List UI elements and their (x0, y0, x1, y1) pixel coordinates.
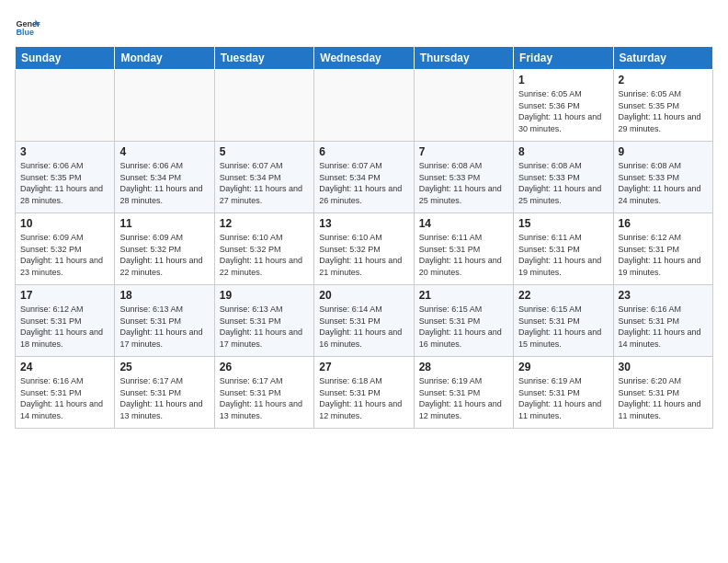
calendar-cell: 7Sunrise: 6:08 AM Sunset: 5:33 PM Daylig… (414, 142, 513, 213)
calendar-week-2: 3Sunrise: 6:06 AM Sunset: 5:35 PM Daylig… (16, 142, 713, 213)
day-info: Sunrise: 6:14 AM Sunset: 5:31 PM Dayligh… (319, 304, 408, 350)
day-info: Sunrise: 6:17 AM Sunset: 5:31 PM Dayligh… (119, 375, 209, 421)
day-number: 25 (119, 361, 209, 373)
calendar-cell: 6Sunrise: 6:07 AM Sunset: 5:34 PM Daylig… (314, 142, 414, 213)
day-info: Sunrise: 6:06 AM Sunset: 5:34 PM Dayligh… (119, 160, 209, 206)
column-header-friday: Friday (514, 47, 613, 70)
day-info: Sunrise: 6:06 AM Sunset: 5:35 PM Dayligh… (20, 160, 109, 206)
calendar-cell: 14Sunrise: 6:11 AM Sunset: 5:31 PM Dayli… (414, 213, 513, 285)
day-info: Sunrise: 6:13 AM Sunset: 5:31 PM Dayligh… (220, 304, 309, 350)
day-number: 2 (619, 74, 708, 86)
calendar-cell: 2Sunrise: 6:05 AM Sunset: 5:35 PM Daylig… (613, 70, 712, 142)
day-info: Sunrise: 6:09 AM Sunset: 5:32 PM Dayligh… (20, 232, 109, 278)
day-info: Sunrise: 6:11 AM Sunset: 5:31 PM Dayligh… (518, 232, 608, 278)
calendar-cell: 22Sunrise: 6:15 AM Sunset: 5:31 PM Dayli… (514, 285, 613, 357)
calendar-cell (115, 70, 214, 142)
calendar-cell: 3Sunrise: 6:06 AM Sunset: 5:35 PM Daylig… (16, 142, 115, 213)
day-number: 16 (619, 217, 708, 230)
calendar-cell: 12Sunrise: 6:10 AM Sunset: 5:32 PM Dayli… (214, 213, 313, 285)
day-number: 8 (518, 145, 608, 158)
day-number: 28 (419, 361, 508, 373)
day-info: Sunrise: 6:05 AM Sunset: 5:35 PM Dayligh… (619, 88, 708, 134)
calendar-week-1: 1Sunrise: 6:05 AM Sunset: 5:36 PM Daylig… (16, 70, 713, 142)
day-info: Sunrise: 6:07 AM Sunset: 5:34 PM Dayligh… (319, 160, 408, 206)
day-info: Sunrise: 6:11 AM Sunset: 5:31 PM Dayligh… (419, 232, 508, 278)
calendar-cell: 27Sunrise: 6:18 AM Sunset: 5:31 PM Dayli… (314, 357, 414, 429)
column-header-saturday: Saturday (613, 47, 712, 70)
day-info: Sunrise: 6:15 AM Sunset: 5:31 PM Dayligh… (419, 304, 508, 350)
calendar-cell: 20Sunrise: 6:14 AM Sunset: 5:31 PM Dayli… (314, 285, 414, 357)
calendar-header-row: SundayMondayTuesdayWednesdayThursdayFrid… (16, 47, 713, 70)
day-info: Sunrise: 6:19 AM Sunset: 5:31 PM Dayligh… (518, 375, 608, 421)
day-info: Sunrise: 6:16 AM Sunset: 5:31 PM Dayligh… (619, 304, 708, 350)
day-number: 19 (220, 289, 309, 302)
column-header-wednesday: Wednesday (314, 47, 414, 70)
calendar-cell (16, 70, 115, 142)
day-number: 26 (220, 361, 309, 373)
day-number: 24 (20, 361, 109, 373)
logo: General Blue (15, 15, 40, 40)
day-number: 5 (220, 145, 309, 158)
day-number: 30 (619, 361, 708, 373)
day-info: Sunrise: 6:19 AM Sunset: 5:31 PM Dayligh… (419, 375, 508, 421)
calendar-cell: 23Sunrise: 6:16 AM Sunset: 5:31 PM Dayli… (613, 285, 712, 357)
calendar-cell (214, 70, 313, 142)
day-number: 29 (518, 361, 608, 373)
calendar-cell: 24Sunrise: 6:16 AM Sunset: 5:31 PM Dayli… (16, 357, 115, 429)
day-number: 6 (319, 145, 408, 158)
day-number: 7 (419, 145, 508, 158)
calendar-cell: 26Sunrise: 6:17 AM Sunset: 5:31 PM Dayli… (214, 357, 313, 429)
day-info: Sunrise: 6:18 AM Sunset: 5:31 PM Dayligh… (319, 375, 408, 421)
calendar-body: 1Sunrise: 6:05 AM Sunset: 5:36 PM Daylig… (16, 70, 713, 429)
day-number: 1 (518, 74, 608, 86)
calendar-cell: 9Sunrise: 6:08 AM Sunset: 5:33 PM Daylig… (613, 142, 712, 213)
day-number: 20 (319, 289, 408, 302)
day-number: 4 (119, 145, 209, 158)
calendar-cell: 16Sunrise: 6:12 AM Sunset: 5:31 PM Dayli… (613, 213, 712, 285)
day-info: Sunrise: 6:12 AM Sunset: 5:31 PM Dayligh… (619, 232, 708, 278)
calendar-cell (414, 70, 513, 142)
svg-text:Blue: Blue (16, 28, 34, 37)
calendar-cell: 8Sunrise: 6:08 AM Sunset: 5:33 PM Daylig… (514, 142, 613, 213)
calendar-cell: 1Sunrise: 6:05 AM Sunset: 5:36 PM Daylig… (514, 70, 613, 142)
day-info: Sunrise: 6:05 AM Sunset: 5:36 PM Dayligh… (518, 88, 608, 134)
day-number: 10 (20, 217, 109, 230)
day-number: 13 (319, 217, 408, 230)
calendar-cell: 19Sunrise: 6:13 AM Sunset: 5:31 PM Dayli… (214, 285, 313, 357)
day-number: 22 (518, 289, 608, 302)
calendar-cell (314, 70, 414, 142)
day-info: Sunrise: 6:15 AM Sunset: 5:31 PM Dayligh… (518, 304, 608, 350)
calendar-cell: 4Sunrise: 6:06 AM Sunset: 5:34 PM Daylig… (115, 142, 214, 213)
calendar-cell: 28Sunrise: 6:19 AM Sunset: 5:31 PM Dayli… (414, 357, 513, 429)
day-info: Sunrise: 6:20 AM Sunset: 5:31 PM Dayligh… (619, 375, 708, 421)
day-number: 23 (619, 289, 708, 302)
day-number: 11 (119, 217, 209, 230)
day-number: 3 (20, 145, 109, 158)
calendar-cell: 5Sunrise: 6:07 AM Sunset: 5:34 PM Daylig… (214, 142, 313, 213)
day-info: Sunrise: 6:16 AM Sunset: 5:31 PM Dayligh… (20, 375, 109, 421)
day-info: Sunrise: 6:08 AM Sunset: 5:33 PM Dayligh… (518, 160, 608, 206)
calendar-table: SundayMondayTuesdayWednesdayThursdayFrid… (15, 46, 713, 429)
calendar-cell: 13Sunrise: 6:10 AM Sunset: 5:32 PM Dayli… (314, 213, 414, 285)
calendar-cell: 29Sunrise: 6:19 AM Sunset: 5:31 PM Dayli… (514, 357, 613, 429)
day-info: Sunrise: 6:10 AM Sunset: 5:32 PM Dayligh… (220, 232, 309, 278)
logo-icon: General Blue (15, 15, 40, 40)
day-info: Sunrise: 6:12 AM Sunset: 5:31 PM Dayligh… (20, 304, 109, 350)
day-number: 14 (419, 217, 508, 230)
calendar-cell: 17Sunrise: 6:12 AM Sunset: 5:31 PM Dayli… (16, 285, 115, 357)
day-info: Sunrise: 6:10 AM Sunset: 5:32 PM Dayligh… (319, 232, 408, 278)
calendar-week-5: 24Sunrise: 6:16 AM Sunset: 5:31 PM Dayli… (16, 357, 713, 429)
calendar-cell: 25Sunrise: 6:17 AM Sunset: 5:31 PM Dayli… (115, 357, 214, 429)
day-info: Sunrise: 6:13 AM Sunset: 5:31 PM Dayligh… (119, 304, 209, 350)
day-number: 15 (518, 217, 608, 230)
calendar-cell: 30Sunrise: 6:20 AM Sunset: 5:31 PM Dayli… (613, 357, 712, 429)
column-header-thursday: Thursday (414, 47, 513, 70)
day-info: Sunrise: 6:09 AM Sunset: 5:32 PM Dayligh… (119, 232, 209, 278)
day-number: 9 (619, 145, 708, 158)
calendar-cell: 18Sunrise: 6:13 AM Sunset: 5:31 PM Dayli… (115, 285, 214, 357)
calendar-cell: 11Sunrise: 6:09 AM Sunset: 5:32 PM Dayli… (115, 213, 214, 285)
day-number: 21 (419, 289, 508, 302)
calendar-cell: 21Sunrise: 6:15 AM Sunset: 5:31 PM Dayli… (414, 285, 513, 357)
calendar-week-4: 17Sunrise: 6:12 AM Sunset: 5:31 PM Dayli… (16, 285, 713, 357)
day-info: Sunrise: 6:08 AM Sunset: 5:33 PM Dayligh… (419, 160, 508, 206)
